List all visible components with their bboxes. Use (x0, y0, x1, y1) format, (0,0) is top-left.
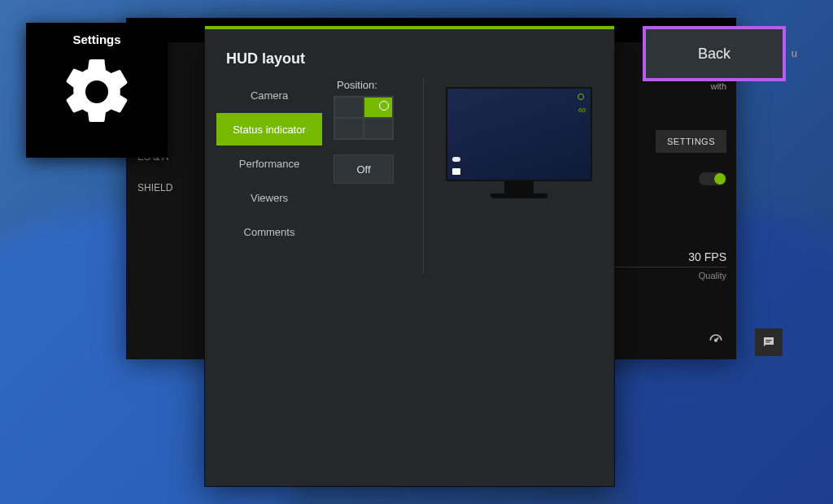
position-bottom-right[interactable] (364, 118, 393, 139)
toggle-2[interactable] (699, 172, 726, 185)
preview-monitor: 60 (446, 87, 592, 274)
position-bottom-left[interactable] (334, 118, 364, 139)
monitor-stand (504, 180, 534, 193)
position-grid (334, 96, 394, 140)
monitor-base (491, 193, 547, 198)
separator (423, 79, 424, 274)
status-indicator-icon (578, 93, 584, 100)
tab-comments[interactable]: Comments (216, 215, 322, 248)
tab-camera[interactable]: Camera (216, 79, 322, 111)
preview-column: 60 (435, 79, 603, 274)
viewers-icon (452, 157, 460, 162)
position-column: Position: Off (334, 79, 407, 274)
tab-performance[interactable]: Performance (216, 147, 322, 180)
hud-layout-panel: HUD layout Camera Status indicator Perfo… (205, 26, 614, 486)
feedback-icon[interactable] (755, 328, 783, 356)
tab-status-indicator[interactable]: Status indicator (216, 113, 322, 146)
position-off-button[interactable]: Off (334, 154, 394, 184)
svg-rect-4 (765, 341, 770, 342)
camera-icon (452, 168, 460, 175)
svg-point-0 (715, 339, 717, 341)
gauge-icon (707, 330, 725, 348)
settings-tile[interactable]: Settings (26, 23, 168, 158)
tab-viewers[interactable]: Viewers (216, 181, 322, 214)
menu-item-shield[interactable]: SHIELD (126, 172, 216, 203)
position-top-left[interactable] (334, 97, 364, 118)
gear-icon (58, 53, 136, 134)
fps-overlay-icon: 60 (574, 106, 586, 113)
back-button[interactable]: Back (646, 29, 783, 78)
user-prefix: u (792, 47, 797, 59)
preview-screen: 60 (446, 87, 592, 181)
with-label: with (608, 81, 726, 91)
settings-tile-label: Settings (72, 33, 120, 46)
right-settings-panel: with SETTINGS 30 FPS Quality (598, 42, 736, 359)
svg-rect-3 (765, 340, 772, 341)
quality-label: Quality (608, 271, 726, 280)
panel-title: HUD layout (205, 29, 614, 79)
fps-value: 30 FPS (608, 250, 726, 267)
position-top-right[interactable] (364, 97, 393, 118)
hud-tab-list: Camera Status indicator Performance View… (216, 79, 322, 274)
settings-button[interactable]: SETTINGS (656, 130, 726, 153)
position-label: Position: (334, 79, 407, 91)
